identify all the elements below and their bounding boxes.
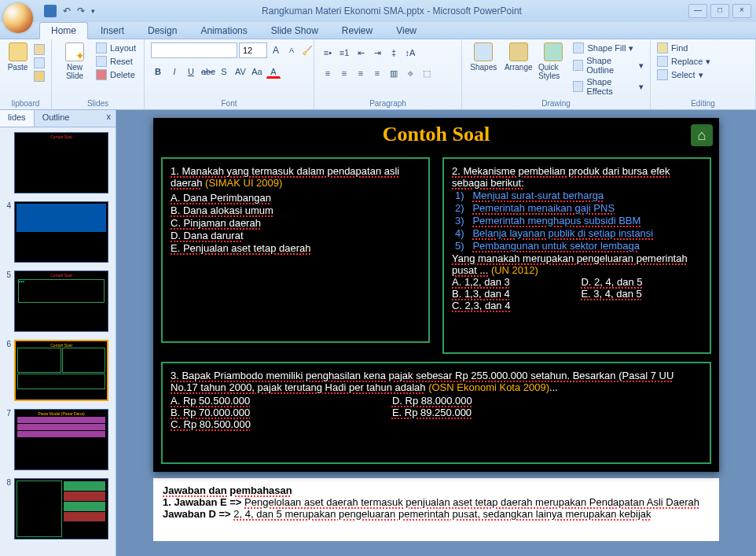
thumb-number: 7 xyxy=(3,409,11,470)
workspace: lides Outline x Contoh Soal 4 5Contoh So… xyxy=(0,110,756,556)
shape-fill-icon xyxy=(573,42,584,53)
char-spacing-button[interactable]: AV xyxy=(233,64,248,79)
q2-item: Pemerintah menaikan gaji PNS xyxy=(472,202,615,214)
align-left-button[interactable]: ≡ xyxy=(321,66,335,80)
tab-home[interactable]: Home xyxy=(39,22,88,39)
q2-item: Pemerintah menghapus subsidi BBM xyxy=(472,215,640,226)
shape-outline-icon xyxy=(573,60,583,71)
numbering-button[interactable]: ≡1 xyxy=(337,46,351,60)
tab-review[interactable]: Review xyxy=(331,23,384,39)
layout-button[interactable]: Layout xyxy=(96,42,136,53)
notes-pane[interactable]: Jawaban dan pembahasan 1. Jawaban E => P… xyxy=(153,478,719,541)
quick-styles-button[interactable]: Quick Styles xyxy=(538,42,568,80)
replace-button[interactable]: Replace ▾ xyxy=(657,56,710,67)
italic-button[interactable]: I xyxy=(167,64,182,79)
copy-icon[interactable] xyxy=(34,57,45,68)
minimize-button[interactable]: — xyxy=(688,4,707,18)
justify-button[interactable]: ≡ xyxy=(370,66,384,80)
title-bar: ↶ ↷ ▾ Rangkuman Materi Ekonomi SMA.pptx … xyxy=(0,0,756,22)
notes-heading: Jawaban dan pembahasan xyxy=(163,484,710,496)
office-button[interactable] xyxy=(3,3,33,33)
tab-slideshow[interactable]: Slide Show xyxy=(260,23,329,39)
tab-view[interactable]: View xyxy=(385,23,428,39)
q2-ask: Yang manakah merupakan pengeluaran pemer… xyxy=(452,252,688,276)
slide-thumbnail-current[interactable]: Contoh Soal xyxy=(14,340,108,401)
q1-opt: C. Pinjaman daerah xyxy=(171,217,261,229)
arrange-icon xyxy=(509,42,528,61)
paste-button[interactable]: Paste xyxy=(6,42,29,72)
select-icon xyxy=(657,69,668,80)
tab-animations[interactable]: Animations xyxy=(189,23,258,39)
bullets-button[interactable]: ≡• xyxy=(321,46,335,60)
undo-icon[interactable]: ↶ xyxy=(63,6,71,17)
align-text-button[interactable]: ⎆ xyxy=(403,66,417,80)
redo-icon[interactable]: ↷ xyxy=(77,6,85,17)
line-spacing-button[interactable]: ‡ xyxy=(387,46,401,60)
tab-design[interactable]: Design xyxy=(137,23,188,39)
arrange-button[interactable]: Arrange xyxy=(503,42,533,72)
notes-l2a: Jawaban D => xyxy=(163,508,233,520)
outline-tab[interactable]: Outline xyxy=(35,110,78,127)
underline-button[interactable]: U xyxy=(184,64,198,79)
q3-source: (OSN Ekonomi Kota 2009) xyxy=(428,381,549,393)
change-case-button[interactable]: Aa xyxy=(250,64,264,79)
delete-button[interactable]: Delete xyxy=(96,69,136,80)
question-box-2[interactable]: 2. Mekanisme pembelian produk dari bursa… xyxy=(442,157,711,354)
grow-font-button[interactable]: A xyxy=(269,43,283,57)
maximize-button[interactable]: □ xyxy=(710,4,729,18)
reset-button[interactable]: Reset xyxy=(96,56,136,67)
cut-icon[interactable] xyxy=(34,44,45,55)
bold-button[interactable]: B xyxy=(151,64,165,79)
save-icon[interactable] xyxy=(44,5,57,17)
close-button[interactable]: × xyxy=(732,4,751,18)
q2-opt: B. 1,3, dan 4 xyxy=(452,288,510,300)
panel-close-button[interactable]: x xyxy=(102,110,116,127)
q2-opt: D. 2, 4, dan 5 xyxy=(581,276,642,288)
ribbon: Paste lipboard ✦ New Slide Layout Reset … xyxy=(0,39,756,110)
shrink-font-button[interactable]: A xyxy=(284,43,299,57)
slides-tab[interactable]: lides xyxy=(0,110,35,127)
align-right-button[interactable]: ≡ xyxy=(354,66,368,80)
text-direction-button[interactable]: ↕A xyxy=(403,46,417,60)
select-button[interactable]: Select ▾ xyxy=(657,69,710,80)
new-slide-button[interactable]: ✦ New Slide xyxy=(58,42,91,80)
strike-button[interactable]: abc xyxy=(200,64,215,79)
slide-thumbnails[interactable]: Contoh Soal 4 5Contoh Soal■ ■ ■ 6Contoh … xyxy=(0,127,116,556)
q1-opt: A. Dana Perimbangan xyxy=(171,192,271,204)
font-family-select[interactable] xyxy=(151,42,237,58)
q1-opt: E. Penjualan aset tetap daerah xyxy=(171,242,311,254)
question-box-1[interactable]: 1. Manakah yang termasuk dalam pendapata… xyxy=(161,157,430,343)
tab-insert[interactable]: Insert xyxy=(90,23,135,39)
shapes-button[interactable]: Shapes xyxy=(468,42,498,72)
decrease-indent-button[interactable]: ⇤ xyxy=(354,46,368,60)
format-painter-icon[interactable] xyxy=(34,71,45,82)
shape-effects-button[interactable]: Shape Effects ▾ xyxy=(573,77,644,96)
columns-button[interactable]: ▥ xyxy=(387,66,401,80)
new-slide-label: New Slide xyxy=(58,63,91,80)
smartart-button[interactable]: ⬚ xyxy=(420,66,434,80)
increase-indent-button[interactable]: ⇥ xyxy=(370,46,384,60)
slide-thumbnail[interactable] xyxy=(14,201,108,263)
align-center-button[interactable]: ≡ xyxy=(337,66,351,80)
slide-thumbnail[interactable]: Pasar Modal (Pasar Dana) xyxy=(14,409,108,470)
slide-editor[interactable]: Contoh Soal 1. Manakah yang termasuk dal… xyxy=(116,110,756,556)
slides-panel: lides Outline x Contoh Soal 4 5Contoh So… xyxy=(0,110,116,556)
font-size-select[interactable] xyxy=(239,42,267,58)
slide-thumbnail[interactable]: Contoh Soal■ ■ ■ xyxy=(14,271,108,332)
slide-canvas[interactable]: Contoh Soal 1. Manakah yang termasuk dal… xyxy=(153,118,719,472)
question-box-3[interactable]: 3. Bapak Priambodo memiliki penghasilan … xyxy=(161,362,711,464)
slide-thumbnail[interactable]: Contoh Soal xyxy=(14,132,108,193)
delete-icon xyxy=(96,69,107,80)
shape-outline-button[interactable]: Shape Outline ▾ xyxy=(573,56,644,75)
q2-source: (UN 2012) xyxy=(491,264,538,276)
slide-title[interactable]: Contoh Soal xyxy=(153,118,719,146)
clear-formatting-icon[interactable]: 🧹 xyxy=(300,43,314,57)
find-button[interactable]: Find xyxy=(657,42,710,53)
group-font-label: Font xyxy=(151,98,307,109)
shadow-button[interactable]: S xyxy=(217,64,231,79)
shape-fill-button[interactable]: Shape Fill ▾ xyxy=(573,42,644,53)
home-icon[interactable] xyxy=(691,124,713,146)
font-color-button[interactable]: A xyxy=(266,64,281,79)
new-slide-icon: ✦ xyxy=(65,42,84,61)
slide-thumbnail[interactable] xyxy=(14,478,108,539)
